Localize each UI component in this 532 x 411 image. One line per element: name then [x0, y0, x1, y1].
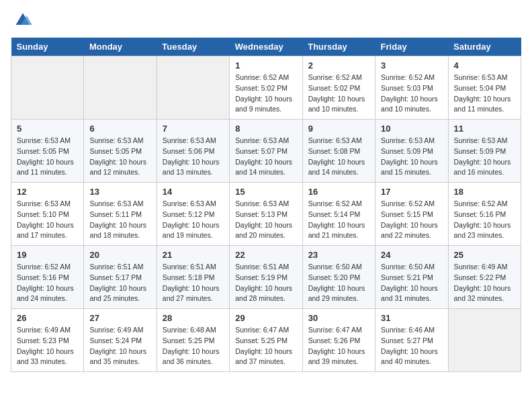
day-number: 17 — [381, 187, 442, 197]
logo-icon — [13, 11, 32, 30]
calendar-cell: 2Sunrise: 6:52 AMSunset: 5:02 PMDaylight… — [302, 56, 375, 120]
day-number: 1 — [235, 60, 296, 71]
weekday-header-saturday: Saturday — [448, 38, 521, 56]
calendar-cell: 21Sunrise: 6:51 AMSunset: 5:18 PMDayligh… — [157, 246, 229, 309]
day-info: Sunrise: 6:52 AMSunset: 5:14 PMDaylight:… — [308, 199, 369, 241]
day-number: 29 — [235, 313, 296, 323]
day-info: Sunrise: 6:53 AMSunset: 5:06 PMDaylight:… — [163, 136, 224, 178]
calendar-cell: 13Sunrise: 6:53 AMSunset: 5:11 PMDayligh… — [84, 183, 157, 246]
day-number: 25 — [454, 250, 515, 260]
day-number: 4 — [454, 60, 515, 71]
weekday-header-monday: Monday — [84, 38, 157, 56]
day-number: 23 — [308, 250, 369, 260]
calendar-cell: 27Sunrise: 6:49 AMSunset: 5:24 PMDayligh… — [84, 309, 157, 372]
day-number: 5 — [17, 124, 78, 134]
calendar-cell: 6Sunrise: 6:53 AMSunset: 5:05 PMDaylight… — [84, 120, 157, 183]
day-number: 10 — [381, 124, 442, 134]
calendar-cell: 7Sunrise: 6:53 AMSunset: 5:06 PMDaylight… — [157, 120, 229, 183]
day-number: 7 — [163, 124, 224, 134]
day-number: 27 — [89, 313, 150, 323]
calendar-cell: 12Sunrise: 6:53 AMSunset: 5:10 PMDayligh… — [11, 183, 84, 246]
calendar-cell: 29Sunrise: 6:47 AMSunset: 5:25 PMDayligh… — [230, 309, 302, 372]
calendar-cell: 4Sunrise: 6:53 AMSunset: 5:04 PMDaylight… — [448, 56, 521, 120]
day-info: Sunrise: 6:53 AMSunset: 5:11 PMDaylight:… — [89, 199, 150, 241]
calendar-cell: 8Sunrise: 6:53 AMSunset: 5:07 PMDaylight… — [230, 120, 302, 183]
day-info: Sunrise: 6:49 AMSunset: 5:23 PMDaylight:… — [17, 325, 78, 367]
day-number: 30 — [308, 313, 369, 323]
day-number: 12 — [17, 187, 78, 197]
day-info: Sunrise: 6:52 AMSunset: 5:02 PMDaylight:… — [308, 73, 369, 115]
calendar-cell: 19Sunrise: 6:52 AMSunset: 5:16 PMDayligh… — [11, 246, 84, 309]
calendar-cell: 20Sunrise: 6:51 AMSunset: 5:17 PMDayligh… — [84, 246, 157, 309]
day-number: 18 — [454, 187, 515, 197]
calendar-cell: 11Sunrise: 6:53 AMSunset: 5:09 PMDayligh… — [448, 120, 521, 183]
calendar-cell: 31Sunrise: 6:46 AMSunset: 5:27 PMDayligh… — [375, 309, 448, 372]
calendar-week-row: 12Sunrise: 6:53 AMSunset: 5:10 PMDayligh… — [11, 183, 521, 246]
day-info: Sunrise: 6:52 AMSunset: 5:16 PMDaylight:… — [454, 199, 515, 241]
day-number: 9 — [308, 124, 369, 134]
calendar-cell: 26Sunrise: 6:49 AMSunset: 5:23 PMDayligh… — [11, 309, 84, 372]
day-number: 24 — [381, 250, 442, 260]
day-number: 21 — [163, 250, 224, 260]
day-info: Sunrise: 6:52 AMSunset: 5:15 PMDaylight:… — [381, 199, 442, 241]
day-info: Sunrise: 6:53 AMSunset: 5:13 PMDaylight:… — [235, 199, 296, 241]
calendar-cell: 15Sunrise: 6:53 AMSunset: 5:13 PMDayligh… — [230, 183, 302, 246]
day-number: 8 — [235, 124, 296, 134]
day-number: 13 — [89, 187, 150, 197]
calendar-cell: 10Sunrise: 6:53 AMSunset: 5:09 PMDayligh… — [375, 120, 448, 183]
day-info: Sunrise: 6:51 AMSunset: 5:17 PMDaylight:… — [89, 262, 150, 304]
calendar-cell: 17Sunrise: 6:52 AMSunset: 5:15 PMDayligh… — [375, 183, 448, 246]
day-number: 31 — [381, 313, 442, 323]
calendar-table: SundayMondayTuesdayWednesdayThursdayFrid… — [11, 38, 521, 372]
calendar-cell: 18Sunrise: 6:52 AMSunset: 5:16 PMDayligh… — [448, 183, 521, 246]
day-number: 20 — [89, 250, 150, 260]
day-info: Sunrise: 6:53 AMSunset: 5:12 PMDaylight:… — [163, 199, 224, 241]
calendar-week-row: 5Sunrise: 6:53 AMSunset: 5:05 PMDaylight… — [11, 120, 521, 183]
day-number: 16 — [308, 187, 369, 197]
calendar-cell: 3Sunrise: 6:52 AMSunset: 5:03 PMDaylight… — [375, 56, 448, 120]
calendar-cell — [84, 56, 157, 120]
day-info: Sunrise: 6:53 AMSunset: 5:05 PMDaylight:… — [89, 136, 150, 178]
day-info: Sunrise: 6:49 AMSunset: 5:22 PMDaylight:… — [454, 262, 515, 304]
day-info: Sunrise: 6:53 AMSunset: 5:07 PMDaylight:… — [235, 136, 296, 178]
day-info: Sunrise: 6:53 AMSunset: 5:10 PMDaylight:… — [17, 199, 78, 241]
day-info: Sunrise: 6:53 AMSunset: 5:08 PMDaylight:… — [308, 136, 369, 178]
day-number: 14 — [163, 187, 224, 197]
calendar-cell: 14Sunrise: 6:53 AMSunset: 5:12 PMDayligh… — [157, 183, 229, 246]
day-info: Sunrise: 6:51 AMSunset: 5:18 PMDaylight:… — [163, 262, 224, 304]
day-info: Sunrise: 6:46 AMSunset: 5:27 PMDaylight:… — [381, 325, 442, 367]
weekday-header-tuesday: Tuesday — [157, 38, 229, 56]
calendar-cell: 25Sunrise: 6:49 AMSunset: 5:22 PMDayligh… — [448, 246, 521, 309]
day-number: 2 — [308, 60, 369, 71]
calendar-cell: 22Sunrise: 6:51 AMSunset: 5:19 PMDayligh… — [230, 246, 302, 309]
day-info: Sunrise: 6:50 AMSunset: 5:21 PMDaylight:… — [381, 262, 442, 304]
weekday-header-sunday: Sunday — [11, 38, 84, 56]
calendar-cell: 1Sunrise: 6:52 AMSunset: 5:02 PMDaylight… — [230, 56, 302, 120]
day-info: Sunrise: 6:51 AMSunset: 5:19 PMDaylight:… — [235, 262, 296, 304]
calendar-week-row: 26Sunrise: 6:49 AMSunset: 5:23 PMDayligh… — [11, 309, 521, 372]
day-info: Sunrise: 6:49 AMSunset: 5:24 PMDaylight:… — [89, 325, 150, 367]
weekday-header-wednesday: Wednesday — [230, 38, 302, 56]
day-info: Sunrise: 6:47 AMSunset: 5:25 PMDaylight:… — [235, 325, 296, 367]
day-info: Sunrise: 6:52 AMSunset: 5:16 PMDaylight:… — [17, 262, 78, 304]
calendar-cell: 30Sunrise: 6:47 AMSunset: 5:26 PMDayligh… — [302, 309, 375, 372]
day-info: Sunrise: 6:47 AMSunset: 5:26 PMDaylight:… — [308, 325, 369, 367]
page-header — [11, 11, 521, 30]
day-info: Sunrise: 6:50 AMSunset: 5:20 PMDaylight:… — [308, 262, 369, 304]
day-number: 19 — [17, 250, 78, 260]
day-number: 28 — [163, 313, 224, 323]
calendar-cell — [448, 309, 521, 372]
calendar-cell — [157, 56, 229, 120]
day-info: Sunrise: 6:52 AMSunset: 5:03 PMDaylight:… — [381, 73, 442, 115]
day-info: Sunrise: 6:53 AMSunset: 5:04 PMDaylight:… — [454, 73, 515, 115]
day-number: 3 — [381, 60, 442, 71]
day-number: 26 — [17, 313, 78, 323]
calendar-cell: 24Sunrise: 6:50 AMSunset: 5:21 PMDayligh… — [375, 246, 448, 309]
day-info: Sunrise: 6:48 AMSunset: 5:25 PMDaylight:… — [163, 325, 224, 367]
calendar-week-row: 19Sunrise: 6:52 AMSunset: 5:16 PMDayligh… — [11, 246, 521, 309]
weekday-header-thursday: Thursday — [302, 38, 375, 56]
day-number: 15 — [235, 187, 296, 197]
day-info: Sunrise: 6:53 AMSunset: 5:05 PMDaylight:… — [17, 136, 78, 178]
day-number: 22 — [235, 250, 296, 260]
calendar-cell — [11, 56, 84, 120]
